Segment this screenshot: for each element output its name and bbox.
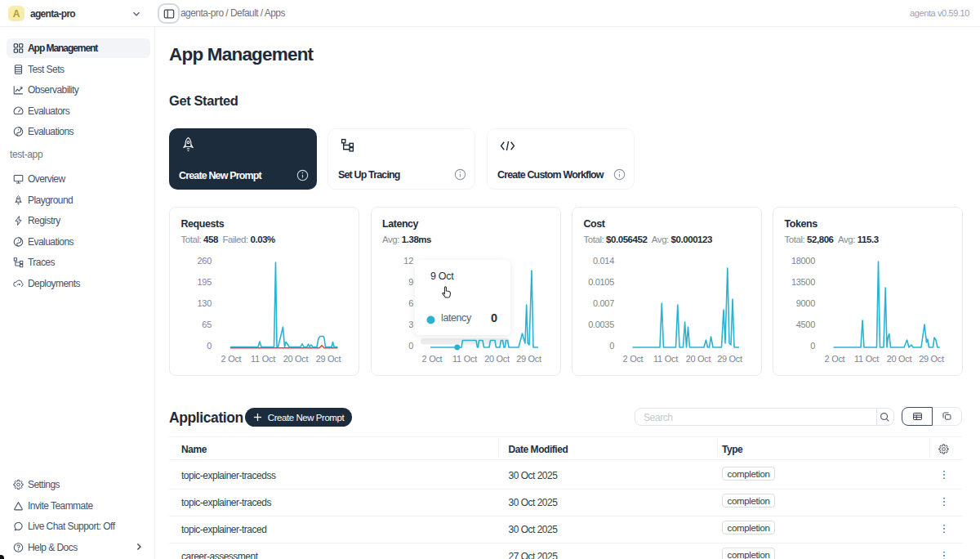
svg-text:130: 130 (198, 298, 212, 308)
svg-text:2 Oct: 2 Oct (825, 354, 845, 364)
svg-text:2 Oct: 2 Oct (421, 354, 442, 364)
svg-text:20 Oct: 20 Oct (283, 354, 309, 364)
svg-text:0.0105: 0.0105 (588, 277, 614, 287)
svg-text:29 Oct: 29 Oct (316, 354, 341, 364)
svg-text:12: 12 (403, 256, 413, 266)
svg-text:29 Oct: 29 Oct (717, 354, 742, 364)
svg-text:0.0035: 0.0035 (588, 320, 614, 329)
svg-text:2 Oct: 2 Oct (623, 354, 644, 364)
svg-text:9000: 9000 (796, 298, 815, 308)
svg-text:4500: 4500 (796, 320, 815, 329)
svg-text:29 Oct: 29 Oct (516, 354, 541, 364)
svg-text:20 Oct: 20 Oct (887, 354, 912, 364)
svg-text:11 Oct: 11 Oct (251, 354, 275, 364)
svg-text:20 Oct: 20 Oct (686, 354, 711, 364)
svg-text:20 Oct: 20 Oct (484, 354, 510, 364)
svg-text:13500: 13500 (791, 277, 815, 287)
svg-text:11 Oct: 11 Oct (854, 354, 879, 364)
svg-text:3: 3 (408, 320, 413, 329)
svg-text:6: 6 (408, 298, 413, 308)
svg-text:0.007: 0.007 (593, 298, 614, 308)
svg-text:0: 0 (207, 341, 212, 351)
svg-text:0: 0 (408, 341, 413, 351)
svg-text:65: 65 (202, 320, 212, 329)
svg-text:0: 0 (609, 341, 614, 351)
svg-text:260: 260 (198, 256, 212, 266)
svg-text:2 Oct: 2 Oct (221, 354, 242, 364)
svg-text:9: 9 (408, 277, 413, 287)
svg-text:0: 0 (810, 341, 815, 351)
svg-text:29 Oct: 29 Oct (919, 354, 944, 364)
svg-text:18000: 18000 (791, 256, 815, 266)
svg-text:0.014: 0.014 (593, 256, 614, 266)
svg-text:11 Oct: 11 Oct (452, 354, 477, 364)
svg-text:11 Oct: 11 Oct (653, 354, 678, 364)
svg-text:195: 195 (198, 277, 212, 287)
